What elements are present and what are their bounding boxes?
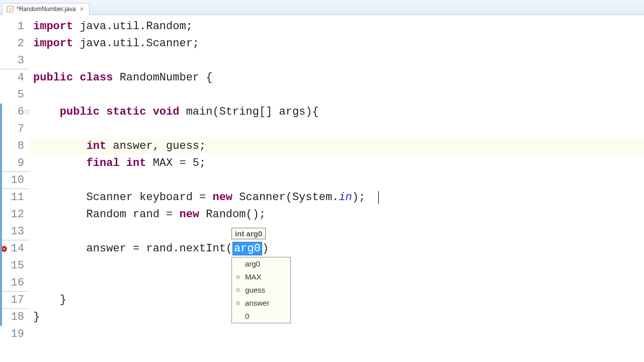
autocomplete-item[interactable]: 0	[232, 310, 290, 323]
autocomplete-label: arg0	[245, 259, 260, 268]
tab-bar: J *RandomNumber.java ✕	[0, 0, 644, 15]
parameter-tooltip: int arg0	[231, 228, 266, 239]
code-token: }	[33, 311, 40, 323]
code-line[interactable]	[29, 257, 644, 275]
code-line[interactable]: import java.util.Random;	[29, 18, 644, 35]
autocomplete-label: 0	[245, 312, 249, 320]
line-number: 4	[0, 69, 29, 86]
static-field-token: in	[339, 191, 352, 204]
autocomplete-item[interactable]: answer	[232, 297, 290, 310]
line-number: 7	[0, 121, 29, 138]
code-line[interactable]: final int MAX = 5;	[29, 155, 644, 172]
code-token: Scanner(System.	[232, 191, 339, 204]
code-line[interactable]	[29, 121, 644, 138]
line-number: 10	[0, 172, 29, 189]
keyword-token: public class	[33, 71, 113, 84]
keyword-token: new	[179, 208, 199, 221]
line-number: 11	[0, 189, 29, 206]
editor-shell: J *RandomNumber.java ✕ 12345678910111213…	[0, 0, 644, 362]
autocomplete-item[interactable]: MAX	[232, 270, 290, 284]
code-token: RandomNumber {	[113, 71, 212, 84]
code-line[interactable]: public static void main(String[] args){	[29, 104, 644, 121]
autocomplete-popup: arg0MAXguessanswer0	[231, 257, 291, 323]
keyword-token: int	[87, 140, 107, 152]
code-token	[33, 106, 60, 118]
code-line[interactable]: }	[29, 292, 644, 309]
code-line[interactable]: Random rand = new Random();	[29, 206, 644, 223]
variable-pip-icon	[236, 288, 240, 292]
line-number: 5	[0, 86, 29, 104]
code-line[interactable]	[29, 172, 644, 189]
variable-pip-icon	[236, 275, 240, 279]
code-line[interactable]	[29, 52, 644, 69]
svg-text:J: J	[9, 7, 11, 12]
variable-pip-icon	[236, 301, 240, 305]
code-line[interactable]	[29, 223, 644, 240]
line-number: 16	[0, 275, 29, 292]
code-line[interactable]: import java.util.Scanner;	[29, 35, 644, 52]
autocomplete-item[interactable]: guess	[232, 284, 290, 297]
autocomplete-label: MAX	[245, 273, 262, 281]
line-number: 8	[0, 138, 29, 155]
code-token: main(String[] args){	[179, 106, 318, 118]
code-line[interactable]: answer = rand.nextInt(arg0)	[29, 240, 644, 257]
code-line[interactable]	[29, 275, 644, 292]
line-number: 9	[0, 155, 29, 172]
line-number: 2	[0, 35, 29, 52]
autocomplete-label: answer	[245, 299, 269, 307]
code-text[interactable]: import java.util.Random;import java.util…	[29, 15, 644, 362]
code-line[interactable]	[29, 86, 644, 104]
code-line[interactable]: Scanner keyboard = new Scanner(System.in…	[29, 189, 644, 206]
code-token: )	[262, 242, 269, 255]
code-line[interactable]	[29, 326, 644, 343]
code-token: java.util.Scanner;	[73, 37, 199, 50]
autocomplete-label: guess	[245, 286, 265, 294]
keyword-token: final int	[87, 157, 146, 169]
code-token: MAX = 5;	[146, 157, 206, 169]
line-number: 15	[0, 257, 29, 275]
code-token: answer = rand.nextInt(	[33, 242, 232, 255]
line-number: 12	[0, 206, 29, 223]
java-file-icon: J	[7, 6, 14, 13]
code-token	[33, 140, 87, 152]
line-number: 18	[0, 309, 29, 326]
line-number: 1	[0, 18, 29, 35]
line-number: 17	[0, 292, 29, 309]
change-bar	[0, 104, 2, 326]
keyword-token: import	[33, 37, 73, 50]
code-surface: 1234567891011121314×1516171819 import ja…	[0, 15, 644, 362]
code-line[interactable]: }	[29, 309, 644, 326]
keyword-token: import	[33, 20, 73, 33]
tab-label: *RandomNumber.java	[17, 6, 75, 13]
code-token: Scanner keyboard =	[33, 191, 212, 204]
selected-parameter: arg0	[232, 242, 262, 255]
code-line[interactable]: int answer, guess;	[29, 138, 644, 155]
line-gutter: 1234567891011121314×1516171819	[0, 15, 29, 362]
autocomplete-item[interactable]: arg0	[232, 257, 290, 270]
code-token: }	[33, 294, 66, 306]
text-cursor	[378, 191, 379, 204]
close-icon[interactable]: ✕	[78, 6, 85, 13]
code-token: Random rand =	[33, 208, 179, 221]
line-number: 3	[0, 52, 29, 69]
code-token	[33, 157, 87, 169]
line-number: 19	[0, 326, 29, 343]
editor-tab[interactable]: J *RandomNumber.java ✕	[2, 3, 90, 15]
line-number: 13	[0, 223, 29, 240]
line-number: 6	[0, 104, 29, 121]
code-token: Random();	[199, 208, 266, 221]
code-line[interactable]: public class RandomNumber {	[29, 69, 644, 86]
code-token: answer, guess;	[106, 140, 206, 152]
keyword-token: new	[212, 191, 232, 204]
code-token: );	[352, 191, 365, 204]
keyword-token: public static void	[60, 106, 180, 118]
line-number: 14×	[0, 240, 29, 257]
code-token: java.util.Random;	[73, 20, 193, 33]
